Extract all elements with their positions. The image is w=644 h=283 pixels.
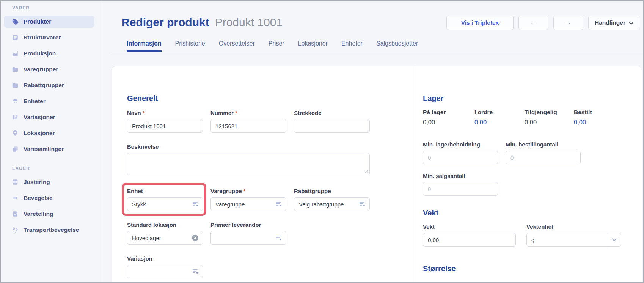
strekkode-label: Strekkode xyxy=(294,110,370,116)
sidebar-item-label: Bevegelse xyxy=(24,195,53,201)
min-lagerbeholdning-input[interactable] xyxy=(423,151,498,164)
sidebar-item-lokasjoner[interactable]: Lokasjoner xyxy=(4,127,94,139)
vektenhet-field: Vektenhet g xyxy=(526,223,621,247)
sidebar-item-label: Lokasjoner xyxy=(24,130,55,137)
sidebar-item-label: Varesamlinger xyxy=(24,146,64,153)
page-header: Rediger produkt Produkt 1001 xyxy=(121,16,283,29)
min-bestillingantall-label: Min. bestillingantall xyxy=(506,141,581,148)
storrelse-heading: Størrelse xyxy=(423,264,635,273)
min-salgsantall-input[interactable] xyxy=(423,182,498,196)
variasjon-label: Variasjon xyxy=(127,255,203,262)
standard-lokasjon-field: Standard lokasjon Hovedlager xyxy=(127,222,203,245)
previous-product-button[interactable]: ← xyxy=(518,16,548,30)
sidebar-item-justering[interactable]: Justering xyxy=(4,176,94,188)
stat-value-link[interactable]: 0,00 xyxy=(474,119,525,126)
primaer-leverandor-select[interactable] xyxy=(210,231,286,245)
stat-value: 0,00 xyxy=(423,119,474,126)
sidebar-item-bevegelse[interactable]: Bevegelse xyxy=(4,192,94,204)
varegruppe-label: Varegruppe* xyxy=(210,188,286,194)
stat-value-link[interactable]: 0,00 xyxy=(574,119,592,126)
sidebar-item-varesamlinger[interactable]: Varesamlinger xyxy=(4,143,94,155)
list-filter-icon xyxy=(276,201,282,207)
sidebar-item-strukturvarer[interactable]: Strukturvarer xyxy=(4,31,94,44)
check-square-icon xyxy=(11,210,19,218)
min-salgsantall-label: Min. salgsantall xyxy=(423,173,498,179)
variasjon-select[interactable] xyxy=(127,265,203,278)
tag-icon xyxy=(11,18,19,25)
tab-salgsbudsjetter[interactable]: Salgsbudsjetter xyxy=(376,37,418,52)
next-product-button[interactable]: → xyxy=(553,16,583,30)
rabattgruppe-field: Rabattgruppe Velg rabattgruppe xyxy=(294,188,370,211)
list-filter-icon xyxy=(192,201,199,207)
sidebar-item-label: Rabattgrupper xyxy=(24,82,64,89)
strekkode-input[interactable] xyxy=(294,119,370,133)
sidebar-item-varetelling[interactable]: Varetelling xyxy=(4,208,94,220)
sidebar-item-label: Justering xyxy=(24,179,50,186)
enhet-label: Enhet xyxy=(127,188,203,194)
navn-label: Navn* xyxy=(127,110,203,116)
tab-prishistorie[interactable]: Prishistorie xyxy=(175,37,205,52)
sidebar-item-produksjon[interactable]: Produksjon xyxy=(4,47,94,60)
sidebar-item-label: Strukturvarer xyxy=(24,34,61,41)
nummer-input[interactable] xyxy=(210,119,286,133)
beskrivelse-textarea[interactable] xyxy=(127,153,370,175)
app-window: VARER Produkter Strukturvarer Produksjon… xyxy=(0,0,644,283)
standard-lokasjon-label: Standard lokasjon xyxy=(127,222,203,228)
nummer-label: Nummer* xyxy=(210,110,286,116)
stat-pa-lager: På lager 0,00 xyxy=(423,109,474,126)
actions-button[interactable]: Handlinger xyxy=(588,16,640,30)
navn-input[interactable] xyxy=(127,119,203,133)
document-icon xyxy=(11,34,19,41)
tab-lokasjoner[interactable]: Lokasjoner xyxy=(298,37,328,52)
tab-oversettelser[interactable]: Oversettelser xyxy=(219,37,255,52)
rows-icon xyxy=(11,178,19,186)
folder-icon xyxy=(11,66,19,73)
standard-lokasjon-select[interactable]: Hovedlager xyxy=(127,231,203,245)
sidebar-item-enheter[interactable]: Enheter xyxy=(4,95,94,107)
vekt-label: Vekt xyxy=(423,223,516,230)
stat-value: 0,00 xyxy=(525,119,574,126)
sidebar: VARER Produkter Strukturvarer Produksjon… xyxy=(1,1,102,282)
varegruppe-field: Varegruppe* Varegruppe xyxy=(210,188,286,211)
sidebar-item-label: Enheter xyxy=(24,98,46,105)
sidebar-item-label: Variasjoner xyxy=(24,114,55,121)
sidebar-section-lager: LAGER xyxy=(1,166,102,171)
min-lagerbeholdning-field: Min. lagerbeholdning xyxy=(423,141,498,164)
vekt-input[interactable] xyxy=(423,233,516,247)
sidebar-item-transportbevegelse[interactable]: Transportbevegelse xyxy=(4,224,94,236)
toolbar: Vis i Tripletex ← → Handlinger xyxy=(446,16,640,30)
tab-priser[interactable]: Priser xyxy=(269,37,284,52)
factory-icon xyxy=(11,50,19,57)
required-marker: * xyxy=(235,110,237,116)
sidebar-item-label: Transportbevegelse xyxy=(24,226,79,233)
vekt-heading: Vekt xyxy=(423,208,635,217)
clear-icon[interactable] xyxy=(192,234,199,242)
route-icon xyxy=(11,226,19,234)
sidebar-item-rabattgrupper[interactable]: Rabattgrupper xyxy=(4,79,94,91)
sidebar-item-varegrupper[interactable]: Varegrupper xyxy=(4,63,94,75)
stat-i-ordre: I ordre 0,00 xyxy=(474,109,525,126)
sidebar-item-label: Produkter xyxy=(24,18,51,25)
sidebar-item-label: Varegrupper xyxy=(24,66,58,73)
rabattgruppe-label: Rabattgruppe xyxy=(294,188,370,194)
sidebar-item-variasjoner[interactable]: Variasjoner xyxy=(4,111,94,123)
sidebar-item-label: Produksjon xyxy=(24,50,56,57)
view-in-tripletex-button[interactable]: Vis i Tripletex xyxy=(446,16,514,30)
list-filter-icon xyxy=(276,235,282,241)
beskrivelse-field: Beskrivelse xyxy=(127,143,370,177)
lager-heading: Lager xyxy=(423,94,635,103)
rabattgruppe-select[interactable]: Velg rabattgruppe xyxy=(294,197,370,211)
required-marker: * xyxy=(243,188,246,194)
required-marker: * xyxy=(143,110,145,116)
min-bestillingantall-input[interactable] xyxy=(506,151,581,164)
chevron-down-icon xyxy=(607,233,621,246)
actions-button-label: Handlinger xyxy=(595,19,625,26)
stat-bestilt: Bestilt 0,00 xyxy=(574,109,592,126)
tab-enheter[interactable]: Enheter xyxy=(341,37,363,52)
vektenhet-select[interactable]: g xyxy=(526,233,621,247)
sidebar-item-produkter[interactable]: Produkter xyxy=(4,16,94,28)
tab-bar: Informasjon Prishistorie Oversettelser P… xyxy=(127,37,418,52)
varegruppe-select[interactable]: Varegruppe xyxy=(210,197,286,211)
enhet-select[interactable]: Stykk xyxy=(127,197,203,211)
tab-informasjon[interactable]: Informasjon xyxy=(127,37,162,52)
